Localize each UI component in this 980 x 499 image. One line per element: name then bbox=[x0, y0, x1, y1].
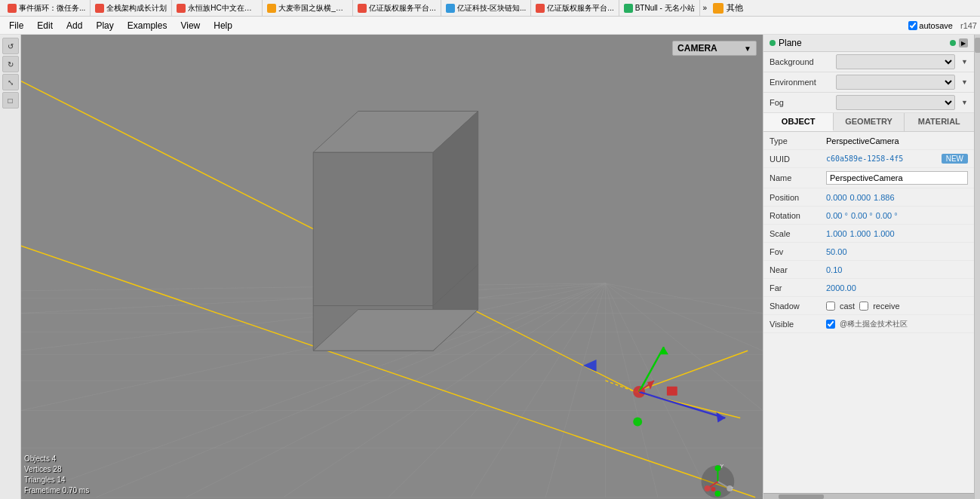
horizontal-scrollbar[interactable] bbox=[763, 493, 974, 499]
tab-label-4: 亿证版权服务平台... bbox=[369, 3, 435, 14]
position-z[interactable]: 1.886 bbox=[874, 193, 895, 202]
scrollbar-thumb[interactable] bbox=[779, 494, 824, 499]
prop-near: Near 0.10 bbox=[763, 261, 974, 279]
visible-row: @稀土掘金技术社区 bbox=[826, 319, 908, 329]
background-select[interactable] bbox=[836, 54, 955, 69]
browser-tab-4[interactable]: 亿证版权服务平台... bbox=[353, 0, 441, 16]
viewport[interactable]: Y 7 CAMERA Perspective Top Front bbox=[21, 35, 763, 499]
tabs-more-button[interactable]: » bbox=[700, 2, 711, 14]
scale-values: 1.000 1.000 1.000 bbox=[826, 229, 968, 238]
position-x[interactable]: 0.000 bbox=[826, 193, 847, 202]
right-scrollbar[interactable] bbox=[974, 35, 980, 499]
prop-uuid: UUID c60a589e-1258-4f5 NEW bbox=[763, 150, 974, 168]
environment-dropdown-arrow: ▼ bbox=[961, 78, 968, 86]
position-y[interactable]: 0.000 bbox=[850, 193, 871, 202]
environment-select[interactable] bbox=[836, 75, 955, 90]
rotation-x[interactable]: 0.00 ° bbox=[826, 211, 848, 220]
stat-vertices: Vertices 28 bbox=[24, 464, 89, 475]
browser-tab-5[interactable]: 亿证科技-区块链知... bbox=[441, 0, 532, 16]
scale-y[interactable]: 1.000 bbox=[850, 229, 871, 238]
main-layout: ↺ ↻ ⤡ □ bbox=[0, 35, 980, 499]
browser-tab-7[interactable]: BTNull - 无名小站 bbox=[619, 0, 700, 16]
autosave-label: autosave bbox=[919, 21, 953, 30]
menu-play[interactable]: Play bbox=[90, 19, 119, 32]
scrollbar-thumb-vertical[interactable] bbox=[975, 38, 980, 53]
stat-triangles: Triangles 14 bbox=[24, 475, 89, 485]
shadow-cast-checkbox[interactable] bbox=[826, 302, 835, 311]
tab-icon-7 bbox=[624, 4, 633, 13]
browser-tab-0[interactable]: 事件循环：微任务... bbox=[3, 0, 91, 16]
browser-tab-6[interactable]: 亿证版权服务平台... bbox=[531, 0, 619, 16]
menu-add[interactable]: Add bbox=[60, 19, 88, 32]
autosave-checkbox[interactable] bbox=[908, 21, 917, 30]
far-value[interactable]: 2000.00 bbox=[826, 283, 968, 292]
fog-dropdown-arrow: ▼ bbox=[961, 99, 968, 106]
tab-geometry[interactable]: GEOMETRY bbox=[834, 113, 904, 131]
background-value bbox=[836, 54, 955, 69]
visible-text: @稀土掘金技术社区 bbox=[840, 319, 908, 329]
svg-text:Y: Y bbox=[720, 464, 723, 469]
toolbar-rotate-left[interactable]: ↺ bbox=[2, 38, 19, 54]
tab-label-6: 亿证版权服务平台... bbox=[547, 3, 613, 14]
environment-label: Environment bbox=[770, 78, 830, 87]
menu-file[interactable]: File bbox=[3, 19, 29, 32]
tab-icon-3 bbox=[267, 4, 276, 13]
menu-help[interactable]: Help bbox=[207, 19, 238, 32]
camera-dropdown[interactable]: CAMERA Perspective Top Front Side ▼ bbox=[672, 41, 757, 56]
scene-svg: Y 7 bbox=[21, 35, 763, 499]
scale-z[interactable]: 1.000 bbox=[874, 229, 895, 238]
name-input[interactable] bbox=[826, 171, 968, 185]
right-panel: Plane ▶ Background ▼ Environment ▼ Fog bbox=[763, 35, 974, 499]
browser-tab-bar: 事件循环：微任务... 全栈架构成长计划 永恒族HC中文在线... 大麦帝国之纵… bbox=[0, 0, 980, 17]
toolbar-expand[interactable]: ⤡ bbox=[2, 74, 19, 90]
prop-shadow: Shadow cast receive bbox=[763, 297, 974, 315]
visible-label: Visible bbox=[770, 320, 826, 329]
environment-row: Environment ▼ bbox=[763, 72, 974, 93]
panel-collapse-button[interactable]: ▶ bbox=[959, 38, 968, 47]
rotation-y[interactable]: 0.00 ° bbox=[851, 211, 873, 220]
tab-object[interactable]: OBJECT bbox=[763, 113, 834, 131]
camera-dropdown-arrow: ▼ bbox=[744, 44, 751, 53]
shadow-cast-label: cast bbox=[840, 302, 855, 311]
near-label: Near bbox=[770, 265, 826, 274]
type-value: PerspectiveCamera bbox=[826, 136, 968, 145]
browser-tab-3[interactable]: 大麦帝国之纵横_第... bbox=[263, 0, 353, 16]
browser-tab-2[interactable]: 永恒族HC中文在线... bbox=[172, 0, 263, 16]
toolbar-square[interactable]: □ bbox=[2, 92, 19, 109]
menu-examples[interactable]: Examples bbox=[121, 19, 174, 32]
visible-checkbox[interactable] bbox=[826, 320, 835, 329]
shadow-checkboxes: cast receive bbox=[826, 302, 900, 311]
shadow-label: Shadow bbox=[770, 302, 826, 311]
rotation-z[interactable]: 0.00 ° bbox=[876, 211, 898, 220]
scale-x[interactable]: 1.000 bbox=[826, 229, 847, 238]
fog-label: Fog bbox=[770, 98, 830, 107]
prop-name: Name bbox=[763, 168, 974, 188]
new-button[interactable]: NEW bbox=[942, 154, 968, 164]
type-label: Type bbox=[770, 136, 826, 145]
fog-select[interactable] bbox=[836, 95, 955, 110]
prop-rotation: Rotation 0.00 ° 0.00 ° 0.00 ° bbox=[763, 207, 974, 225]
browser-tab-1[interactable]: 全栈架构成长计划 bbox=[91, 0, 172, 16]
camera-select[interactable]: CAMERA Perspective Top Front Side bbox=[677, 43, 741, 54]
near-value[interactable]: 0.10 bbox=[826, 265, 968, 274]
far-label: Far bbox=[770, 283, 826, 292]
fog-row: Fog ▼ bbox=[763, 93, 974, 113]
shadow-receive-checkbox[interactable] bbox=[859, 302, 868, 311]
menu-edit[interactable]: Edit bbox=[31, 19, 59, 32]
fov-value[interactable]: 50.00 bbox=[826, 247, 968, 256]
scale-label: Scale bbox=[770, 229, 826, 238]
tab-label-0: 事件循环：微任务... bbox=[19, 3, 85, 14]
tab-icon-4 bbox=[358, 4, 367, 13]
tab-material[interactable]: MATERIAL bbox=[905, 113, 974, 131]
svg-marker-31 bbox=[313, 152, 433, 306]
position-values: 0.000 0.000 1.886 bbox=[826, 193, 968, 202]
rotation-label: Rotation bbox=[770, 211, 826, 220]
name-label: Name bbox=[770, 173, 826, 182]
svg-point-45 bbox=[633, 418, 642, 427]
menu-view[interactable]: View bbox=[174, 19, 206, 32]
background-label: Background bbox=[770, 57, 830, 66]
tab-icon-1 bbox=[95, 4, 104, 13]
tab-label-2: 永恒族HC中文在线... bbox=[188, 3, 257, 14]
toolbar-rotate-right[interactable]: ↻ bbox=[2, 56, 19, 72]
tab-icon-6 bbox=[536, 4, 545, 13]
